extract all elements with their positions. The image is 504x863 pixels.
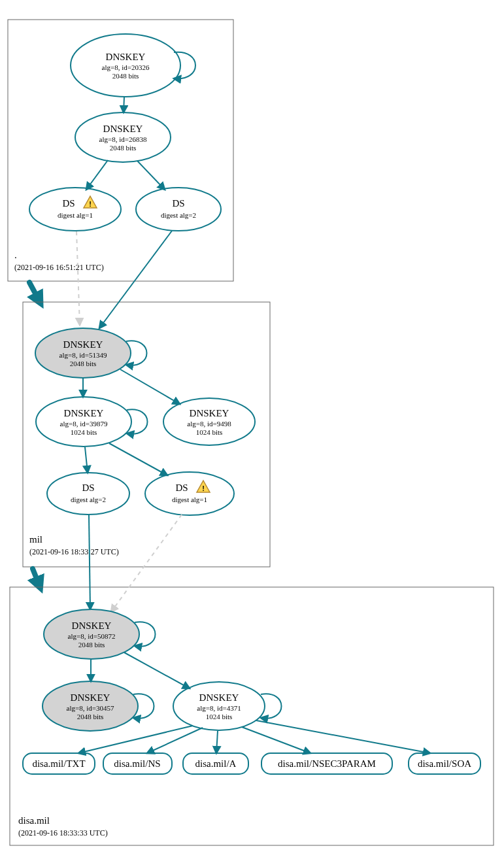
svg-text:DNSKEY: DNSKEY <box>190 408 229 418</box>
svg-text:DNSKEY: DNSKEY <box>63 339 103 350</box>
node-mil-zsk2: DNSKEY alg=8, id=9498 1024 bits <box>163 398 255 445</box>
svg-text:2048 bits: 2048 bits <box>78 641 105 649</box>
svg-text:DS: DS <box>82 482 94 493</box>
svg-text:DS: DS <box>175 482 188 493</box>
edge-milds1-to-disaksk-dashed <box>111 515 182 612</box>
svg-text:disa.mil/TXT: disa.mil/TXT <box>32 758 85 769</box>
svg-text:DNSKEY: DNSKEY <box>199 692 239 703</box>
edge-milzsk-to-ds2 <box>85 447 88 473</box>
node-disa-zsk: DNSKEY alg=8, id=4371 1024 bits <box>173 682 265 730</box>
svg-text:!: ! <box>202 484 205 492</box>
svg-text:DNSKEY: DNSKEY <box>106 52 146 62</box>
svg-point-10 <box>29 188 121 231</box>
node-root-ds1: DS digest alg=1 ! <box>29 188 121 231</box>
svg-text:DNSKEY: DNSKEY <box>103 124 143 134</box>
edge-root-ksk-to-zsk <box>124 97 124 112</box>
svg-text:disa.mil/SOA: disa.mil/SOA <box>418 758 471 769</box>
svg-text:2048 bits: 2048 bits <box>77 713 104 720</box>
svg-text:alg=8, id=51349: alg=8, id=51349 <box>59 351 107 359</box>
svg-text:1024 bits: 1024 bits <box>71 428 97 436</box>
rr-nsec3param: disa.mil/NSEC3PARAM <box>261 753 392 774</box>
svg-text:disa.mil/NS: disa.mil/NS <box>114 758 160 769</box>
svg-text:digest alg=1: digest alg=1 <box>172 496 207 503</box>
node-root-ksk: DNSKEY alg=8, id=20326 2048 bits <box>71 34 180 97</box>
edge-root-to-mil-thick <box>29 282 39 301</box>
svg-point-34 <box>145 472 234 515</box>
edge-mil-to-disa-thick <box>33 569 39 585</box>
svg-text:alg=8, id=30457: alg=8, id=30457 <box>67 704 114 712</box>
svg-text:2048 bits: 2048 bits <box>110 144 137 152</box>
svg-text:alg=8, id=4371: alg=8, id=4371 <box>197 704 241 712</box>
svg-point-31 <box>47 473 129 515</box>
svg-text:2048 bits: 2048 bits <box>70 360 97 367</box>
svg-text:alg=8, id=20326: alg=8, id=20326 <box>102 63 150 71</box>
svg-text:DS: DS <box>62 198 75 209</box>
node-root-ds2: DS digest alg=2 <box>136 188 221 231</box>
node-root-zsk: DNSKEY alg=8, id=26838 2048 bits <box>75 112 171 162</box>
svg-text:1024 bits: 1024 bits <box>206 713 233 720</box>
svg-text:disa.mil/NSEC3PARAM: disa.mil/NSEC3PARAM <box>278 758 376 769</box>
zone-mil-timestamp: (2021-09-16 18:33:27 UTC) <box>29 547 119 556</box>
svg-point-15 <box>136 188 221 231</box>
edge-milds2-to-disaksk <box>89 515 90 609</box>
dnssec-graph: . (2021-09-16 16:51:21 UTC) DNSKEY alg=8… <box>0 0 504 863</box>
svg-text:1024 bits: 1024 bits <box>196 428 223 436</box>
svg-text:alg=8, id=9498: alg=8, id=9498 <box>187 420 231 428</box>
edge-root-zsk-to-ds1 <box>86 160 108 190</box>
zone-disa-timestamp: (2021-09-16 18:33:33 UTC) <box>18 828 108 838</box>
svg-text:alg=8, id=50872: alg=8, id=50872 <box>68 632 116 640</box>
svg-text:!: ! <box>89 200 92 208</box>
node-mil-ds2: DS digest alg=2 <box>47 473 129 515</box>
node-mil-ds1: DS digest alg=1 ! <box>145 472 234 515</box>
edge-ds2-to-milksk <box>99 231 172 328</box>
rr-ns: disa.mil/NS <box>103 753 172 774</box>
edge-disaksk-to-zsk <box>124 652 190 688</box>
svg-text:DNSKEY: DNSKEY <box>71 692 110 703</box>
node-mil-zsk: DNSKEY alg=8, id=39879 1024 bits <box>36 397 131 447</box>
rr-a: disa.mil/A <box>183 753 248 774</box>
edge-zsk-to-nsec <box>242 727 311 753</box>
svg-text:disa.mil/A: disa.mil/A <box>195 758 237 769</box>
rr-soa: disa.mil/SOA <box>409 753 480 774</box>
svg-text:digest alg=2: digest alg=2 <box>71 496 106 503</box>
edge-zsk-to-ns <box>147 728 203 753</box>
edge-milksk-to-zsk2 <box>120 369 180 404</box>
svg-text:DNSKEY: DNSKEY <box>72 620 112 631</box>
svg-text:DS: DS <box>172 198 184 209</box>
svg-text:alg=8, id=26838: alg=8, id=26838 <box>99 135 147 143</box>
node-disa-ksk2: DNSKEY alg=8, id=30457 2048 bits <box>42 681 138 731</box>
edge-ds1-to-milksk-dashed <box>76 231 80 325</box>
zone-root-timestamp: (2021-09-16 16:51:21 UTC) <box>14 263 104 272</box>
zone-disa-name: disa.mil <box>18 815 50 826</box>
svg-text:DNSKEY: DNSKEY <box>64 408 104 418</box>
edge-zsk-to-soa <box>256 720 430 753</box>
edge-milzsk-to-ds1 <box>109 443 167 475</box>
svg-text:digest alg=2: digest alg=2 <box>161 211 196 219</box>
zone-root-name: . <box>14 250 17 260</box>
zone-mil-name: mil <box>29 534 42 545</box>
svg-text:alg=8, id=39879: alg=8, id=39879 <box>60 420 108 428</box>
svg-text:digest alg=1: digest alg=1 <box>58 211 93 219</box>
node-mil-ksk: DNSKEY alg=8, id=51349 2048 bits <box>35 328 131 378</box>
node-disa-ksk: DNSKEY alg=8, id=50872 2048 bits <box>44 609 139 659</box>
edge-zsk-to-a <box>216 731 218 753</box>
rr-txt: disa.mil/TXT <box>23 753 95 774</box>
edge-root-zsk-to-ds2 <box>137 161 165 190</box>
svg-text:2048 bits: 2048 bits <box>112 72 139 80</box>
